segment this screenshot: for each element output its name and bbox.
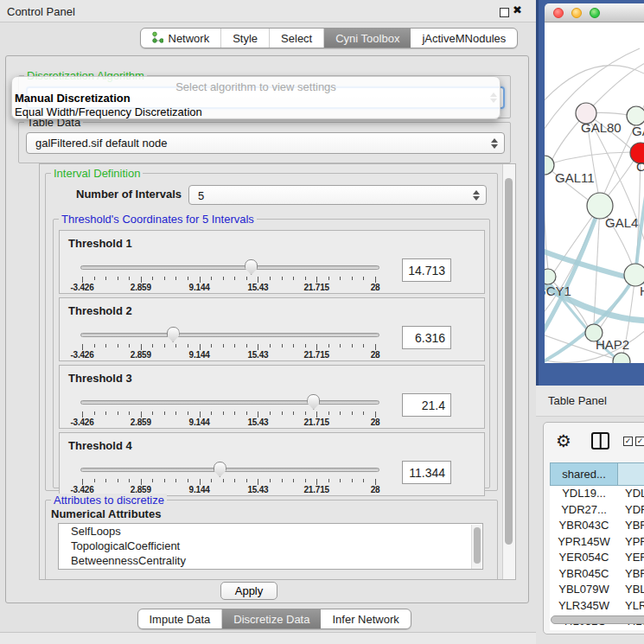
network-icon <box>152 31 163 46</box>
slider-tick <box>246 344 247 348</box>
checkbox-icon[interactable]: ✓ <box>623 437 633 446</box>
float-panel-icon[interactable] <box>500 8 509 17</box>
slider-tick <box>152 344 153 348</box>
slider-tick <box>105 411 106 415</box>
tab-network[interactable]: Network <box>141 29 222 48</box>
network-node-gcy1[interactable] <box>545 269 556 284</box>
slider-tick <box>105 277 106 280</box>
threshold-value-field[interactable]: 11.344 <box>402 461 451 484</box>
slider-tick <box>340 479 341 482</box>
table-row[interactable]: YER054CYER0 <box>550 550 644 566</box>
slider-tick <box>200 277 201 283</box>
slider-track[interactable] <box>80 333 379 337</box>
table-row[interactable]: YPR145WYPR1 <box>550 534 644 551</box>
threshold-value-field[interactable]: 21.4 <box>402 393 451 417</box>
interval-definition-title: Interval Definition <box>51 167 143 180</box>
slider-tick <box>175 277 176 280</box>
tick-label: -3.426 <box>70 283 93 292</box>
attribute-list-item[interactable]: TopologicalCoefficient <box>59 539 482 553</box>
node-label: C <box>636 159 644 174</box>
algorithm-option-equal-width[interactable]: Equal Width/Frequency Discretization <box>15 105 202 118</box>
network-node[interactable] <box>613 353 630 363</box>
tab-discretize-data[interactable]: Discretize Data <box>222 609 321 628</box>
slider-tick <box>141 277 142 283</box>
split-columns-icon[interactable] <box>591 432 609 450</box>
numerical-attributes-label: Numerical Attributes <box>51 507 161 520</box>
tick-label: 21.715 <box>303 485 328 494</box>
slider-track[interactable] <box>80 400 379 405</box>
column-header[interactable]: shared... <box>550 462 618 486</box>
gear-icon[interactable]: ⚙ <box>556 430 571 451</box>
tab-style[interactable]: Style <box>221 29 270 48</box>
settings-vertical-scrollbar[interactable] <box>502 164 515 579</box>
table-row[interactable]: YBL079WYBL0 <box>550 582 644 598</box>
table-row[interactable]: YBR045CYBR0 <box>550 566 644 583</box>
network-canvas[interactable]: GAL80GACGAL11GAL4GCY1HHAP2 <box>545 22 644 363</box>
number-of-intervals-select[interactable]: 5 <box>188 185 487 205</box>
checkbox-icon[interactable]: ✓ <box>635 437 644 446</box>
table-row[interactable]: YDR27...YDR2 <box>550 502 644 519</box>
attribute-list-item[interactable]: SelfLoops <box>59 524 482 539</box>
settings-scroll-pane: Interval Definition Number of Intervals … <box>39 163 516 580</box>
threshold-label: Threshold 2 <box>68 304 132 317</box>
slider-tick <box>305 277 306 280</box>
node-label: GCY1 <box>545 284 571 298</box>
apply-button[interactable]: Apply <box>220 582 277 600</box>
tab-select[interactable]: Select <box>270 29 324 48</box>
tick-label: 28 <box>371 418 380 427</box>
tab-label: Style <box>233 32 258 45</box>
tick-label: 9.144 <box>189 283 210 292</box>
tick-label: 15.43 <box>247 418 268 427</box>
network-node-ga[interactable] <box>627 106 644 125</box>
algorithm-option-manual[interactable]: Manual Discretization <box>15 92 131 105</box>
threshold-label: Threshold 1 <box>68 237 132 250</box>
threshold-value-field[interactable]: 14.713 <box>402 258 451 282</box>
tab-impute-data[interactable]: Impute Data <box>138 609 223 628</box>
thresholds-group: Threshold's Coordinates for 5 Intervals … <box>53 219 490 488</box>
tab-jactivemnodules[interactable]: jActiveMNodules <box>411 29 517 48</box>
table-row[interactable]: YBR043CYBR0 <box>550 518 644 534</box>
tab-cyni-toolbox[interactable]: Cyni Toolbox <box>324 29 411 48</box>
slider-tick <box>234 344 235 348</box>
zoom-traffic-light-icon[interactable] <box>590 8 600 18</box>
slider-thumb[interactable] <box>214 462 226 477</box>
column-header[interactable]: na <box>618 462 644 486</box>
slider-tick <box>223 479 224 482</box>
slider-tick <box>188 411 188 415</box>
attributes-scrollbar[interactable] <box>471 525 481 569</box>
slider-tick <box>118 277 118 280</box>
slider-thumb[interactable] <box>307 394 320 410</box>
table-row[interactable]: YLR345WYLR3 <box>550 598 644 615</box>
table-row[interactable]: YDL19...YDL1 <box>550 486 644 502</box>
threshold-value-field[interactable]: 6.316 <box>402 326 451 349</box>
shared-name-cell: YBR043C <box>550 518 618 534</box>
node-label: GA <box>632 124 644 138</box>
interval-definition-group: Interval Definition Number of Intervals … <box>45 173 498 491</box>
slider-tick <box>211 411 212 415</box>
close-traffic-light-icon[interactable] <box>553 8 564 18</box>
slider-tick <box>270 277 271 280</box>
numerical-attributes-list[interactable]: SelfLoopsTopologicalCoefficientBetweenne… <box>58 523 483 570</box>
tab-label: Impute Data <box>150 613 211 626</box>
slider-thumb[interactable] <box>167 327 180 342</box>
slider-tick <box>316 411 317 418</box>
attributes-group-title: Attributes to discretize <box>51 494 167 507</box>
close-panel-icon[interactable]: ✖ <box>513 3 522 16</box>
slider-tick <box>328 344 329 348</box>
slider-tick <box>305 411 306 415</box>
tab-infer-network[interactable]: Infer Network <box>321 609 410 628</box>
table-data-select[interactable]: galFiltered.sif default node <box>26 132 505 154</box>
slider-track[interactable] <box>80 468 379 472</box>
tab-label: Cyni Toolbox <box>335 32 399 45</box>
attribute-list-item[interactable]: BetweennessCentrality <box>59 553 482 568</box>
number-of-intervals-label: Number of Intervals <box>76 188 182 201</box>
minimize-traffic-light-icon[interactable] <box>571 8 582 18</box>
slider-thumb[interactable] <box>245 259 258 275</box>
table-horizontal-scrollbar[interactable] <box>549 615 644 625</box>
slider-tick <box>293 277 294 280</box>
slider-tick <box>94 411 95 415</box>
slider-tick <box>293 411 294 415</box>
slider-track[interactable] <box>80 265 379 270</box>
slider-tick <box>352 277 353 280</box>
slider-tick <box>164 277 165 280</box>
